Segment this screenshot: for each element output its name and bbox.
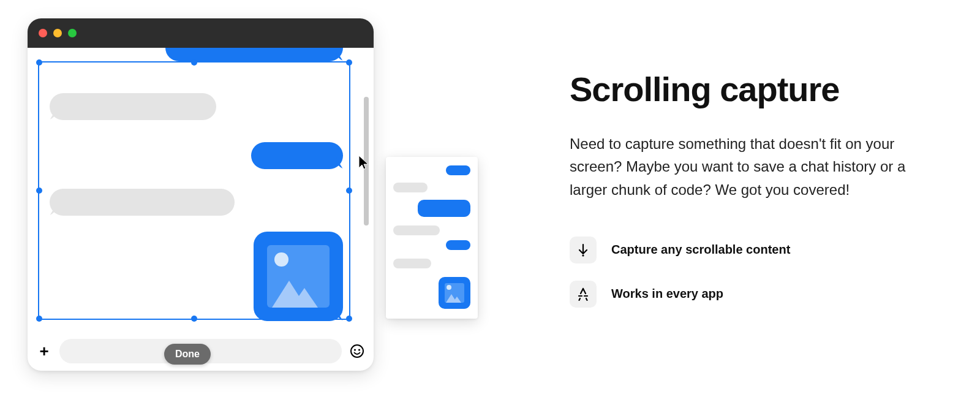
feature-label: Capture any scrollable content <box>611 243 790 257</box>
emoji-picker-button[interactable] <box>349 343 365 359</box>
chat-image-message <box>439 277 470 309</box>
add-attachment-button[interactable]: + <box>36 343 52 359</box>
feature-row: Capture any scrollable content <box>570 237 931 263</box>
plus-icon: + <box>39 343 48 359</box>
scrolling-capture-illustration: + <box>0 0 490 394</box>
minimize-traffic-light[interactable] <box>53 29 62 37</box>
chat-bubble-sent <box>165 48 343 61</box>
feature-icon-tile <box>570 237 597 263</box>
download-arrow-icon <box>577 243 589 257</box>
window-titlebar <box>28 18 374 48</box>
close-traffic-light[interactable] <box>39 29 47 37</box>
feature-label: Works in every app <box>611 287 723 301</box>
done-tooltip[interactable]: Done <box>164 344 211 365</box>
svg-point-1 <box>354 349 356 350</box>
section-body: Need to capture something that doesn't f… <box>570 132 913 201</box>
chat-bubble-sent <box>251 142 343 169</box>
chat-bubble-received <box>393 259 431 268</box>
svg-point-4 <box>582 254 584 256</box>
feature-row: Works in every app <box>570 281 931 308</box>
smiley-icon <box>350 344 364 358</box>
chat-scroll-area[interactable] <box>28 48 374 331</box>
marketing-copy: Scrolling capture Need to capture someth… <box>490 69 980 325</box>
capture-result-preview <box>386 157 478 319</box>
chat-bubble-received <box>50 189 235 216</box>
cursor-icon <box>358 154 370 170</box>
svg-point-2 <box>358 349 360 350</box>
zoom-traffic-light[interactable] <box>68 29 77 37</box>
chat-image-message <box>254 232 343 321</box>
svg-point-0 <box>351 345 363 357</box>
chat-bubble-sent <box>418 200 470 217</box>
app-store-icon <box>576 287 590 301</box>
chat-bubble-sent <box>446 165 470 175</box>
chat-bubble-received <box>393 183 428 192</box>
mock-chat-window: + <box>28 18 374 371</box>
chat-bubble-received <box>393 225 440 235</box>
chat-bubble-received <box>50 93 216 120</box>
chat-bubble-sent <box>446 240 470 250</box>
feature-icon-tile <box>570 281 597 308</box>
section-headline: Scrolling capture <box>570 69 931 109</box>
